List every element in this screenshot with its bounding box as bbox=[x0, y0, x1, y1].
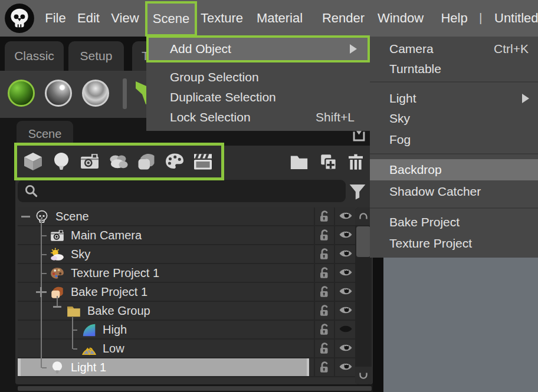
toolbar-divider bbox=[123, 78, 127, 109]
menu-item-add-object[interactable]: Add Object bbox=[146, 35, 370, 62]
menu-item-texture[interactable]: Texture bbox=[198, 0, 245, 37]
app-window: File Edit View Scene Texture Material Re… bbox=[0, 0, 538, 392]
tree-row-bake-project[interactable]: Bake Project 1 bbox=[18, 283, 355, 302]
submenu-item-sky[interactable]: Sky bbox=[370, 108, 538, 129]
skull-outline-icon bbox=[37, 211, 47, 223]
workspace-tab-classic[interactable]: Classic bbox=[5, 41, 64, 71]
visibility-toggle-hidden[interactable] bbox=[334, 321, 356, 338]
menu-item-lock-selection[interactable]: Lock Selection Shift+L bbox=[146, 107, 370, 127]
tree-tick bbox=[73, 330, 77, 331]
submenu-item-light[interactable]: Light bbox=[370, 88, 538, 108]
menu-shortcut: Ctrl+K bbox=[494, 42, 529, 56]
tree-row-light1-selected[interactable]: Light 1 bbox=[18, 358, 355, 377]
visibility-toggle[interactable] bbox=[334, 358, 356, 376]
light-bulb-icon bbox=[53, 361, 62, 373]
add-camera-icon[interactable] bbox=[79, 151, 100, 172]
panel-splitter[interactable] bbox=[18, 386, 372, 391]
menu-item-help[interactable]: Help bbox=[438, 0, 471, 37]
add-texture-palette-icon[interactable] bbox=[164, 151, 185, 172]
menu-item-label: Lock Selection bbox=[170, 110, 251, 124]
lock-toggle[interactable] bbox=[314, 226, 334, 244]
submenu-item-bake-project[interactable]: Bake Project bbox=[370, 212, 538, 232]
menu-item-view[interactable]: View bbox=[108, 0, 142, 37]
workspace-tab-setup[interactable]: Setup bbox=[68, 41, 124, 71]
lock-toggle[interactable] bbox=[314, 340, 334, 357]
menu-item-material[interactable]: Material bbox=[251, 0, 308, 37]
tree-row-label: Bake Project 1 bbox=[71, 283, 147, 301]
visibility-toggle[interactable] bbox=[334, 264, 356, 282]
visibility-toggle[interactable] bbox=[334, 226, 356, 244]
duplicate-icon[interactable] bbox=[319, 152, 339, 172]
new-folder-icon[interactable] bbox=[289, 152, 309, 172]
add-bake-loaf-icon[interactable] bbox=[136, 151, 157, 172]
submenu-arrow-icon bbox=[350, 44, 357, 54]
menu-item-label: Duplicate Selection bbox=[170, 90, 276, 104]
tree-row-scene[interactable]: Scene bbox=[18, 207, 355, 226]
menu-item-label: Sky bbox=[389, 111, 410, 126]
material-ball-chrome[interactable] bbox=[82, 80, 109, 107]
material-ball-gray[interactable] bbox=[45, 80, 72, 107]
tree-row-texture-project[interactable]: Texture Project 1 bbox=[18, 264, 355, 283]
tree-row-sky[interactable]: Sky bbox=[18, 245, 355, 264]
menu-item-group-selection[interactable]: Group Selection bbox=[146, 67, 370, 87]
tree-row-label: Light 1 bbox=[71, 358, 106, 376]
tree-scrollbar[interactable] bbox=[355, 207, 372, 384]
menu-item-label: Group Selection bbox=[170, 70, 259, 84]
scroll-down-icon bbox=[360, 373, 367, 378]
tree-tick bbox=[42, 367, 47, 368]
submenu-item-shadow-catcher[interactable]: Shadow Catcher bbox=[370, 182, 538, 202]
tree-tick bbox=[73, 348, 77, 350]
add-turntable-clapper-icon[interactable] bbox=[192, 151, 214, 172]
submenu-item-texture-project[interactable]: Texture Project bbox=[370, 233, 538, 253]
3d-viewport[interactable] bbox=[383, 258, 538, 392]
lock-toggle[interactable] bbox=[314, 283, 334, 301]
tree-row-label: High bbox=[103, 321, 127, 338]
collapse-toggle-bake-group[interactable] bbox=[53, 306, 61, 308]
tree-tick bbox=[42, 273, 47, 274]
lock-toggle[interactable] bbox=[314, 321, 334, 338]
submenu-item-camera[interactable]: Camera Ctrl+K bbox=[370, 39, 538, 59]
submenu-item-backdrop-highlighted[interactable]: Backdrop bbox=[370, 159, 538, 180]
menu-item-window[interactable]: Window bbox=[372, 0, 429, 37]
panel-tab-scene[interactable]: Scene bbox=[17, 121, 73, 146]
scroll-up-button[interactable] bbox=[355, 207, 372, 225]
filter-funnel-icon[interactable] bbox=[348, 182, 367, 202]
lock-toggle[interactable] bbox=[314, 302, 334, 319]
tree-row-bake-group[interactable]: Bake Group bbox=[18, 302, 355, 321]
scroll-down-button[interactable] bbox=[355, 367, 372, 384]
scrollbar-thumb[interactable] bbox=[356, 226, 370, 257]
app-logo-skull-icon[interactable] bbox=[4, 3, 35, 34]
lock-toggle[interactable] bbox=[314, 264, 334, 282]
lock-toggle[interactable] bbox=[314, 245, 334, 263]
tree-connector-line bbox=[57, 296, 58, 307]
visibility-toggle[interactable] bbox=[334, 245, 356, 263]
lock-toggle[interactable] bbox=[314, 207, 334, 225]
submenu-item-turntable[interactable]: Turntable bbox=[370, 59, 538, 79]
menu-separator bbox=[370, 207, 538, 209]
visibility-toggle[interactable] bbox=[334, 302, 356, 319]
visibility-toggle[interactable] bbox=[334, 207, 356, 225]
lock-toggle[interactable] bbox=[314, 358, 334, 376]
add-light-bulb-icon[interactable] bbox=[51, 151, 72, 172]
sun-cloud-icon bbox=[51, 248, 64, 261]
camera-icon bbox=[51, 230, 64, 241]
submenu-item-fog[interactable]: Fog bbox=[370, 130, 538, 150]
tree-row-main-camera[interactable]: Main Camera bbox=[18, 226, 355, 245]
menu-item-file[interactable]: File bbox=[41, 0, 70, 37]
add-sky-clouds-icon[interactable] bbox=[107, 151, 129, 172]
tree-row-high[interactable]: High bbox=[18, 321, 355, 340]
visibility-toggle[interactable] bbox=[334, 283, 356, 301]
menubar: File Edit View Scene Texture Material Re… bbox=[0, 0, 538, 37]
material-ball-active[interactable] bbox=[8, 80, 35, 107]
menu-item-edit[interactable]: Edit bbox=[74, 0, 103, 37]
delete-trash-icon[interactable] bbox=[346, 152, 365, 172]
visibility-toggle[interactable] bbox=[334, 340, 356, 357]
search-input[interactable] bbox=[18, 180, 346, 202]
menu-item-render[interactable]: Render bbox=[319, 0, 368, 37]
menu-item-duplicate-selection[interactable]: Duplicate Selection bbox=[146, 87, 370, 107]
collapse-toggle-scene[interactable] bbox=[21, 216, 30, 218]
menu-item-scene[interactable]: Scene bbox=[145, 1, 197, 37]
tree-row-low[interactable]: Low bbox=[18, 340, 355, 358]
high-poly-icon bbox=[83, 324, 96, 337]
add-mesh-cube-icon[interactable] bbox=[22, 151, 44, 172]
